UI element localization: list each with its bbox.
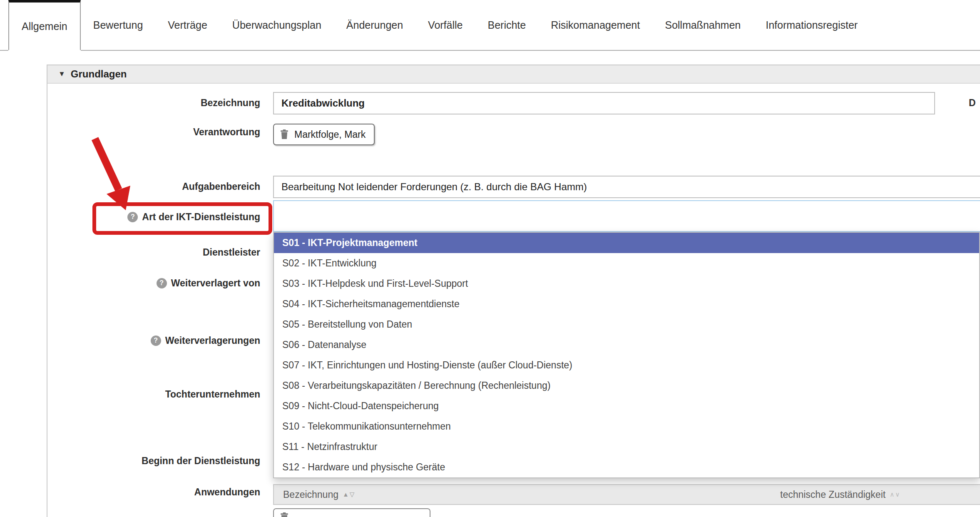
anwendungen-partial-row[interactable] (273, 508, 430, 517)
sort-icon[interactable]: ∧∨ (890, 491, 900, 498)
verantwortung-chip[interactable]: Marktfolge, Mark (273, 124, 375, 145)
tab-berichte[interactable]: Berichte (475, 0, 538, 50)
column-header-bezeichnung[interactable]: Bezeichnung ▲▽ (283, 485, 355, 504)
help-icon[interactable]: ? (127, 212, 138, 222)
dropdown-item-s03[interactable]: S03 - IKT-Helpdesk und First-Level-Suppo… (274, 273, 979, 294)
trash-icon[interactable] (280, 129, 289, 139)
tab-sollmassnahmen[interactable]: Sollmaßnahmen (652, 0, 753, 50)
tab-bewertung[interactable]: Bewertung (81, 0, 156, 50)
right-column-partial-label: D (969, 97, 976, 109)
dropdown-item-s12[interactable]: S12 - Hardware und physische Geräte (274, 457, 979, 477)
tab-bar: Allgemein Bewertung Verträge Überwachung… (0, 0, 980, 51)
section-title: Grundlagen (71, 68, 127, 80)
column-header-technische-zustaendigkeit[interactable]: technische Zuständigkeit ∧∨ (780, 485, 900, 504)
chip-label: Marktfolge, Mark (294, 129, 366, 140)
weiterverlagert-von-label: ? Weiterverlagert von (52, 277, 260, 289)
dropdown-item-s02[interactable]: S02 - IKT-Entwicklung (274, 253, 979, 273)
beginn-der-dienstleistung-label: Beginn der Dienstleistung (52, 455, 260, 467)
dropdown-item-s11[interactable]: S11 - Netzinfrastruktur (274, 437, 979, 457)
aufgabenbereich-label: Aufgabenbereich (52, 180, 260, 193)
anwendungen-label-text: Anwendungen (194, 487, 260, 498)
bezeichnung-label: Bezeichnung (52, 97, 260, 109)
weiterverlagerungen-label: ? Weiterverlagerungen (52, 334, 260, 347)
grundlagen-section-header[interactable]: ▼ Grundlagen (47, 65, 980, 84)
ikt-dienstleistung-dropdown: S01 - IKT-Projektmanagement S02 - IKT-En… (273, 232, 980, 478)
tab-vorfaelle[interactable]: Vorfälle (415, 0, 475, 50)
art-der-ikt-dienstleistung-label: ? Art der IKT-Dienstleistung (52, 211, 260, 223)
weiterverlagert-von-label-text: Weiterverlagert von (171, 278, 260, 289)
trash-icon[interactable] (280, 512, 289, 517)
aufgabenbereich-label-text: Aufgabenbereich (182, 181, 260, 192)
dropdown-item-s08[interactable]: S08 - Verarbeitungskapazitäten / Berechn… (274, 375, 979, 396)
bezeichnung-input[interactable] (273, 92, 935, 114)
bezeichnung-label-text: Bezeichnung (201, 97, 260, 109)
collapse-triangle-icon: ▼ (58, 70, 65, 78)
aufgabenbereich-input[interactable] (273, 176, 980, 198)
dropdown-item-s01[interactable]: S01 - IKT-Projektmanagement (274, 233, 979, 253)
dienstleister-label: Dienstleister (52, 246, 260, 258)
dropdown-item-s10[interactable]: S10 - Telekommunikationsunternehmen (274, 416, 979, 437)
art-der-ikt-combobox-input[interactable] (273, 200, 980, 232)
dropdown-item-s06[interactable]: S06 - Datenanalyse (274, 335, 979, 355)
help-icon[interactable]: ? (157, 278, 167, 288)
tochterunternehmen-label: Tochterunternehmen (52, 388, 260, 400)
dienstleister-label-text: Dienstleister (203, 247, 260, 258)
tab-ueberwachungsplan[interactable]: Überwachungsplan (220, 0, 334, 50)
art-der-ikt-label-text: Art der IKT-Dienstleistung (142, 211, 260, 223)
verantwortung-label-text: Verantwortung (193, 127, 260, 138)
tab-informationsregister[interactable]: Informationsregister (753, 0, 870, 50)
sort-icon[interactable]: ▲▽ (343, 491, 355, 498)
tab-aenderungen[interactable]: Änderungen (334, 0, 415, 50)
column-label: Bezeichnung (283, 489, 338, 500)
dropdown-item-s04[interactable]: S04 - IKT-Sicherheitsmanagementdienste (274, 294, 979, 314)
tab-vertraege[interactable]: Verträge (155, 0, 220, 50)
anwendungen-label: Anwendungen (52, 486, 260, 498)
dropdown-item-s09[interactable]: S09 - Nicht-Cloud-Datenspeicherung (274, 396, 979, 416)
anwendungen-table-header: Bezeichnung ▲▽ technische Zuständigkeit … (273, 484, 980, 505)
tab-allgemein[interactable]: Allgemein (8, 0, 81, 50)
verantwortung-label: Verantwortung (52, 126, 260, 138)
dropdown-item-s05[interactable]: S05 - Bereitstellung von Daten (274, 314, 979, 335)
app-window: Allgemein Bewertung Verträge Überwachung… (0, 0, 980, 517)
tab-risikomanagement[interactable]: Risikomanagement (538, 0, 652, 50)
beginn-label-text: Beginn der Dienstleistung (142, 455, 260, 467)
weiterverlagerungen-label-text: Weiterverlagerungen (165, 335, 260, 346)
dropdown-item-s07[interactable]: S07 - IKT, Einrichtungen und Hosting-Die… (274, 355, 979, 375)
column-label: technische Zuständigkeit (780, 489, 885, 500)
help-icon[interactable]: ? (151, 336, 161, 346)
tochterunternehmen-label-text: Tochterunternehmen (165, 389, 260, 400)
